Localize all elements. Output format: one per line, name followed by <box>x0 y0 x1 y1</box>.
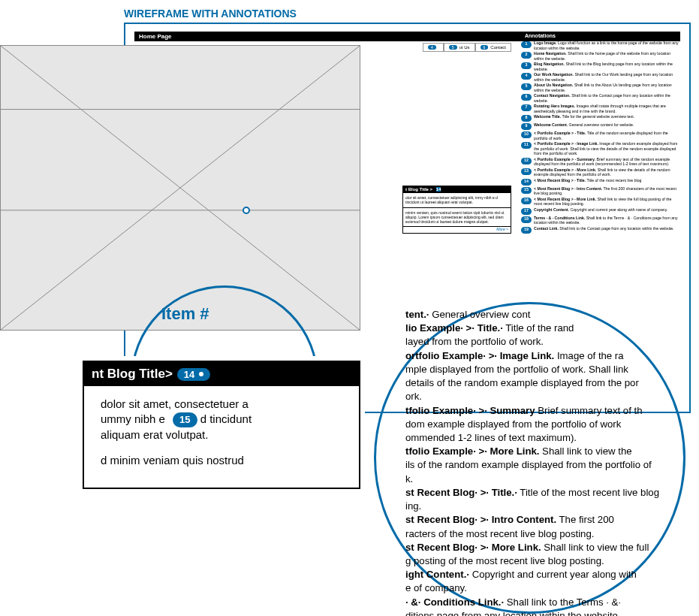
annotation-text: < Portfolio Example > · Title. Title of … <box>534 131 679 140</box>
annotation-badge: 12 <box>521 158 532 165</box>
annotation-text: Our Work Navigation. Shall link to the O… <box>534 72 679 82</box>
annotation-badge: 15 <box>521 187 532 194</box>
annotation-text: < Most Recent Blog > · Intro Content. Th… <box>534 186 679 196</box>
zoom-annotation-line: mple displayed from the portfolio of wor… <box>405 363 683 376</box>
annotations-panel: Annotations 1Logo Image. Logo shall func… <box>521 32 679 234</box>
zoom-annotation-line: st Recent Blog· >· Title.· Title of the … <box>405 486 683 500</box>
blog-card-body: dolor sit amet, consectetuer a ummy nibh… <box>84 386 359 488</box>
zoom-annotation-line: tfolio Example· >· Summary Brief summary… <box>405 404 683 418</box>
annotation-badge: 19 <box>521 227 532 234</box>
zoom-annotation-line: · &· Conditions Link.· Shall link to the… <box>405 596 683 609</box>
annotation-text: Logo Image. Logo shall function as a lin… <box>534 41 679 50</box>
annotation-row: 14< Most Recent Blog > · Title. Title of… <box>521 178 679 186</box>
blog-card-zoom: nt Blog Title> 14 dolor sit amet, consec… <box>83 361 360 489</box>
mini-blog-card: t Blog Title > 14 olor sit amet, consect… <box>402 186 511 234</box>
annotation-badge: 17 <box>521 208 532 215</box>
blog-line2: ummy nibh e 15 d tincidunt <box>101 412 342 427</box>
annotation-badge-14: 14 <box>177 368 210 381</box>
annotation-text: Copyright Content. Copyright and current… <box>534 207 679 215</box>
annotation-text: < Portfolio Example > · Image Link. Imag… <box>534 141 679 156</box>
annotation-badge: 7 <box>521 104 532 111</box>
nav-item[interactable]: 4 <box>423 43 444 52</box>
zoom-annotation-line: layed from the portfolio of work. <box>405 335 683 349</box>
zoom-annotation-line: ils of the random example displayed from… <box>405 458 683 472</box>
annotation-badge: 6 <box>521 94 532 101</box>
zoom-annotation-line: ommended 1-2 lines of text maximum). <box>405 431 683 445</box>
zoom-annotation-line: k. <box>405 473 683 486</box>
annotation-text: Rotating Hero Images. Images shall rotat… <box>534 104 679 113</box>
annotation-text: < Portfolio Example > · More Link. Shall… <box>534 168 679 177</box>
annotation-text: Terms · & · Conditions Link. Shall link … <box>534 216 679 225</box>
annotation-row: 16< Most Recent Blog > · More Link. Shal… <box>521 197 679 207</box>
annotation-badge: 2 <box>521 52 532 59</box>
mini-blog-p2: minim veniam, quis nostrud exerci tation… <box>402 208 511 228</box>
annotation-badge-15: 15 <box>173 412 197 427</box>
mini-blog-title: t Blog Title > 14 <box>402 186 511 193</box>
zoom-annotation-line: details of the random example displayed … <box>405 376 683 390</box>
annotation-zoom-text: tent.· General overview contlio Example·… <box>405 308 683 616</box>
mini-more-link[interactable]: More > <box>402 227 511 234</box>
zoom-annotation-line: ight Content.· Copyright and current yea… <box>405 568 683 581</box>
zoom-annotation-line: tfolio Example· >· More Link. Shall link… <box>405 445 683 458</box>
annotation-row: 1Logo Image. Logo shall function as a li… <box>521 41 679 50</box>
annotation-anchor-dot <box>243 207 250 214</box>
annotation-row: 4Our Work Navigation. Shall link to the … <box>521 72 679 82</box>
annotation-text: Contact Link. Shall link to the Contact … <box>534 226 679 234</box>
zoom-annotation-line: lio Example· >· Title.· Title of the ran… <box>405 322 683 335</box>
annotation-row: 15< Most Recent Blog > · Intro Content. … <box>521 186 679 196</box>
zoom-annotation-line: tent.· General overview cont <box>405 308 683 322</box>
blog-card-header: nt Blog Title> 14 <box>84 362 359 386</box>
blog-line4: d minim veniam quis nostrud <box>101 453 342 468</box>
annotation-badge: 1 <box>521 41 532 48</box>
annotation-row: 19Contact Link. Shall link to the Contac… <box>521 226 679 234</box>
zoom-annotation-line: ork. <box>405 390 683 403</box>
zoom-annotation-line: ortfolio Example· >· Image Link. Image o… <box>405 349 683 363</box>
annotation-badge: 4 <box>521 73 532 80</box>
annotation-row: 5About Us Navigation. Shall link to the … <box>521 83 679 92</box>
annotation-text: < Most Recent Blog > · Title. Title of t… <box>534 178 679 186</box>
blog-line1: dolor sit amet, consectetuer a <box>101 397 342 412</box>
blog-card-title-text: nt Blog Title> <box>92 367 173 382</box>
zoom-annotation-line: ditions page from any location within th… <box>405 609 683 616</box>
annotation-badge: 13 <box>521 168 532 175</box>
nav-item[interactable]: 5ut Us <box>444 43 475 52</box>
zoom-annotation-line: dom example displayed from the portfolio… <box>405 418 683 431</box>
annotation-row: 10< Portfolio Example > · Title. Title o… <box>521 131 679 140</box>
annotation-badge: 8 <box>521 115 532 122</box>
annotation-badge: 14 <box>521 179 532 186</box>
nav-item[interactable]: 6Contact <box>475 43 511 52</box>
annotation-badge: 18 <box>521 216 532 223</box>
annotation-row: 6Contact Navigation. Shall link to the C… <box>521 93 679 103</box>
item-number-label: Item # <box>161 304 209 324</box>
annotation-row: 7Rotating Hero Images. Images shall rota… <box>521 104 679 113</box>
annotation-text: < Most Recent Blog > · More Link. Shall … <box>534 197 679 207</box>
hero-wireframe <box>0 45 360 331</box>
annotation-text: < Portfolio Example > · Summary. Brief s… <box>534 157 679 167</box>
annotation-text: About Us Navigation. Shall link to the A… <box>534 83 679 92</box>
annotation-text: Welcome Title. Title for the general web… <box>534 114 679 122</box>
zoom-annotation-line: e of company. <box>405 581 683 595</box>
section-heading: WIREFRAME WITH ANNOTATIONS <box>124 8 297 20</box>
annotation-text: Home Navigation. Shall link to the home … <box>534 51 679 61</box>
zoom-annotation-line: st Recent Blog· >· More Link. Shall link… <box>405 541 683 554</box>
annotation-row: 18Terms · & · Conditions Link. Shall lin… <box>521 216 679 225</box>
annotation-badge: 3 <box>521 62 532 69</box>
annotation-row: 12< Portfolio Example > · Summary. Brief… <box>521 157 679 167</box>
annotation-row: 9Welcome Content. General overview conte… <box>521 122 679 130</box>
annotation-text: Blog Navigation. Shall link to the Blog … <box>534 62 679 71</box>
zoom-annotation-line: ing. <box>405 500 683 513</box>
annotation-badge: 5 <box>521 83 532 90</box>
annotation-row: 13< Portfolio Example > · More Link. Sha… <box>521 168 679 177</box>
blog-line3: aliquam erat volutpat. <box>101 427 342 442</box>
annotation-badge: 10 <box>521 131 532 138</box>
zoom-annotation-line: st Recent Blog· >· Intro Content. The fi… <box>405 513 683 527</box>
zoom-annotation-line: g posting of the most recent live blog p… <box>405 554 683 568</box>
annotations-title: Annotations <box>521 32 679 40</box>
annotation-row: 2Home Navigation. Shall link to the home… <box>521 51 679 61</box>
annotation-badge: 9 <box>521 123 532 130</box>
annotation-row: 11< Portfolio Example > · Image Link. Im… <box>521 141 679 156</box>
annotation-row: 17Copyright Content. Copyright and curre… <box>521 207 679 215</box>
mini-blog-text: olor sit amet, consectetuer adipiscing e… <box>402 193 511 208</box>
annotation-row: 3Blog Navigation. Shall link to the Blog… <box>521 62 679 71</box>
annotation-badge: 16 <box>521 198 532 204</box>
